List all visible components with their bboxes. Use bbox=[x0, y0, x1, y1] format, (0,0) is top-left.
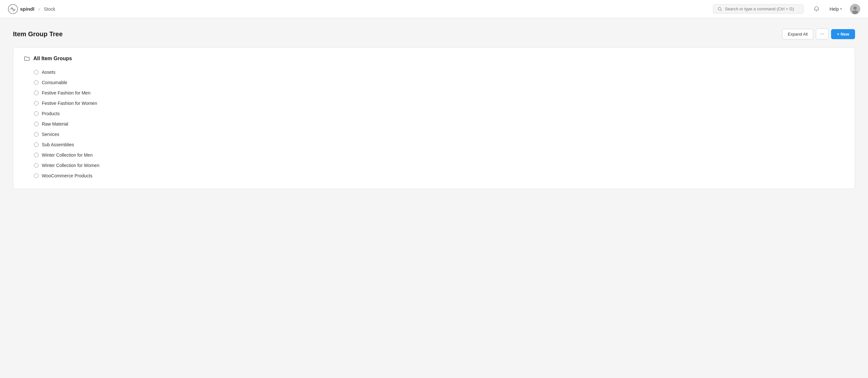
tree-item[interactable]: Sub Assemblies bbox=[34, 139, 844, 150]
tree-item-dot-icon bbox=[34, 80, 38, 85]
tree-item-dot-icon bbox=[34, 70, 38, 74]
breadcrumb-separator: › bbox=[38, 6, 40, 12]
tree-item-dot-icon bbox=[34, 173, 38, 178]
breadcrumb-stock: Stock bbox=[44, 6, 55, 12]
user-avatar-icon bbox=[850, 4, 860, 14]
brand-name: spindl bbox=[20, 6, 34, 12]
help-button[interactable]: Help ▾ bbox=[827, 5, 845, 13]
tree-item[interactable]: WooCommerce Products bbox=[34, 171, 844, 181]
tree-item[interactable]: Consumable bbox=[34, 77, 844, 88]
svg-point-4 bbox=[854, 6, 857, 10]
tree-item-label: Festive Fashion for Women bbox=[42, 101, 97, 106]
new-button[interactable]: + New bbox=[831, 29, 855, 39]
brand-logo-link[interactable]: spindl bbox=[8, 4, 34, 14]
tree-item-label: Products bbox=[42, 111, 60, 116]
item-group-tree-card: All Item Groups AssetsConsumableFestive … bbox=[13, 47, 855, 189]
tree-item-dot-icon bbox=[34, 122, 38, 126]
avatar[interactable] bbox=[850, 4, 860, 14]
tree-item[interactable]: Winter Collection for Men bbox=[34, 150, 844, 160]
main-content: Item Group Tree Expand All ··· + New All… bbox=[0, 18, 868, 199]
tree-item-dot-icon bbox=[34, 132, 38, 137]
tree-item-dot-icon bbox=[34, 142, 38, 147]
brand-logo-icon bbox=[8, 4, 18, 14]
page-title: Item Group Tree bbox=[13, 30, 63, 38]
tree-item-label: Raw Material bbox=[42, 122, 68, 127]
tree-root-label: All Item Groups bbox=[33, 56, 72, 62]
tree-item-dot-icon bbox=[34, 91, 38, 95]
tree-item-label: Sub Assemblies bbox=[42, 142, 74, 147]
tree-item-label: Assets bbox=[42, 70, 55, 75]
tree-item-label: WooCommerce Products bbox=[42, 173, 92, 178]
header-actions: Expand All ··· + New bbox=[782, 29, 855, 39]
expand-all-button[interactable]: Expand All bbox=[782, 29, 813, 39]
tree-item-label: Festive Fashion for Men bbox=[42, 90, 90, 96]
tree-item-label: Winter Collection for Men bbox=[42, 152, 93, 158]
topbar-actions: Help ▾ bbox=[811, 4, 860, 14]
page-header: Item Group Tree Expand All ··· + New bbox=[13, 29, 855, 39]
tree-item-dot-icon bbox=[34, 111, 38, 116]
bell-icon bbox=[814, 6, 819, 12]
search-input[interactable] bbox=[725, 6, 799, 11]
tree-item[interactable]: Festive Fashion for Men bbox=[34, 88, 844, 98]
more-options-button[interactable]: ··· bbox=[816, 29, 829, 39]
tree-root[interactable]: All Item Groups bbox=[24, 55, 844, 62]
notification-bell-button[interactable] bbox=[811, 4, 822, 14]
tree-item[interactable]: Assets bbox=[34, 67, 844, 77]
tree-item[interactable]: Raw Material bbox=[34, 119, 844, 129]
search-bar[interactable] bbox=[713, 4, 804, 13]
tree-item-dot-icon bbox=[34, 101, 38, 105]
help-chevron-icon: ▾ bbox=[840, 7, 842, 11]
svg-point-5 bbox=[852, 10, 858, 14]
topbar: spindl › Stock Help ▾ bbox=[0, 0, 868, 18]
folder-icon bbox=[24, 55, 30, 62]
help-label: Help bbox=[830, 6, 839, 12]
tree-item-dot-icon bbox=[34, 163, 38, 168]
tree-item[interactable]: Products bbox=[34, 108, 844, 119]
tree-item[interactable]: Winter Collection for Women bbox=[34, 160, 844, 171]
svg-line-2 bbox=[721, 10, 722, 11]
tree-item-label: Winter Collection for Women bbox=[42, 163, 99, 168]
tree-item-label: Consumable bbox=[42, 80, 67, 85]
tree-item[interactable]: Festive Fashion for Women bbox=[34, 98, 844, 108]
tree-item[interactable]: Services bbox=[34, 129, 844, 139]
search-icon bbox=[718, 7, 722, 11]
tree-item-label: Services bbox=[42, 132, 59, 137]
tree-item-dot-icon bbox=[34, 153, 38, 157]
tree-children: AssetsConsumableFestive Fashion for MenF… bbox=[24, 67, 844, 181]
